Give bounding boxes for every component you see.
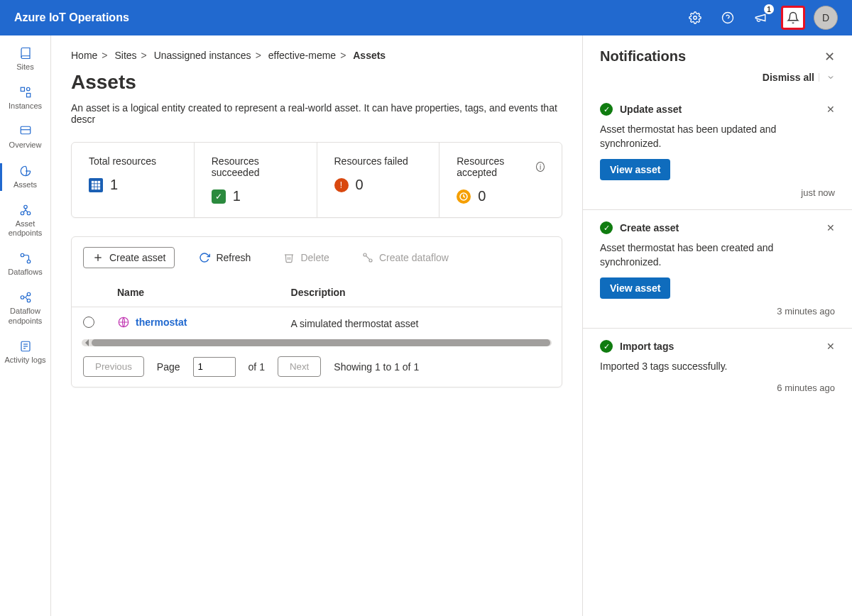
sidebar-item-instances[interactable]: Instances — [0, 79, 50, 118]
svg-point-0 — [694, 16, 697, 20]
svg-rect-6 — [21, 127, 31, 135]
asset-description: A simulated thermostat asset — [280, 307, 562, 340]
crumb-unassigned[interactable]: Unassigned instances — [154, 50, 251, 61]
instances-icon — [19, 86, 32, 99]
plus-icon — [92, 252, 104, 263]
dismiss-chevron[interactable] — [819, 73, 835, 82]
svg-rect-27 — [94, 187, 97, 189]
help-icon — [721, 11, 734, 24]
svg-rect-4 — [26, 94, 30, 97]
stats-row: Total resources 1 Resources succeeded ✓ … — [71, 142, 562, 218]
col-description[interactable]: Description — [280, 278, 562, 307]
svg-rect-23 — [92, 184, 94, 187]
sidebar-label: Assets — [13, 180, 37, 189]
svg-rect-25 — [98, 184, 101, 187]
page-input[interactable] — [193, 357, 236, 377]
sidebar: Sites Instances Overview Assets Asset en… — [0, 35, 51, 616]
svg-rect-21 — [94, 180, 97, 183]
crumb-sites[interactable]: Sites — [114, 50, 136, 61]
feedback-button[interactable]: 1 — [748, 6, 772, 30]
activity-logs-icon — [19, 340, 32, 353]
svg-rect-26 — [92, 187, 94, 189]
overview-icon — [19, 125, 32, 138]
create-dataflow-button: Create dataflow — [354, 248, 457, 268]
stat-failed: Resources failed ! 0 — [317, 143, 440, 217]
showing-text: Showing 1 to 1 of 1 — [334, 361, 419, 373]
user-avatar[interactable]: D — [814, 6, 838, 30]
top-header: Azure IoT Operations 1 D — [0, 0, 852, 35]
next-button[interactable]: Next — [278, 356, 321, 377]
notif-body: Asset thermostat has been created and sy… — [600, 241, 835, 269]
sidebar-label: Dataflows — [8, 268, 42, 277]
main-content: Home> Sites> Unassigned instances> effec… — [51, 35, 582, 616]
view-asset-button[interactable]: View asset — [600, 277, 670, 299]
notif-body: Asset thermostat has been updated and sy… — [600, 123, 835, 150]
row-radio[interactable] — [83, 317, 94, 328]
notification-item: ✓ Update asset ✕ Asset thermostat has be… — [583, 92, 852, 210]
help-button[interactable] — [716, 6, 740, 30]
breadcrumb: Home> Sites> Unassigned instances> effec… — [71, 50, 562, 61]
notif-title: Update asset — [620, 104, 819, 115]
close-panel-button[interactable]: ✕ — [824, 49, 835, 65]
refresh-icon — [199, 252, 210, 263]
view-asset-button[interactable]: View asset — [600, 159, 670, 180]
sidebar-item-activity-logs[interactable]: Activity logs — [0, 333, 50, 372]
notif-time: 3 minutes ago — [600, 306, 835, 317]
page-label: Page — [157, 361, 180, 373]
app-title: Azure IoT Operations — [14, 11, 129, 24]
trash-icon — [283, 252, 295, 263]
stat-total: Total resources 1 — [72, 143, 195, 217]
stat-label: Total resources — [89, 155, 177, 167]
delete-button: Delete — [275, 248, 337, 268]
stat-label: Resources failed — [334, 155, 422, 167]
info-icon[interactable]: i — [536, 162, 545, 172]
dataflows-icon — [19, 252, 32, 265]
notif-body: Imported 3 tags successfully. — [600, 360, 835, 374]
crumb-instance[interactable]: effective-meme — [268, 50, 336, 61]
col-name[interactable]: Name — [106, 278, 280, 307]
sidebar-label: Dataflow endpoints — [3, 307, 48, 325]
svg-rect-3 — [21, 87, 24, 91]
sidebar-item-overview[interactable]: Overview — [0, 118, 50, 157]
page-of: of 1 — [248, 361, 265, 373]
feedback-badge: 1 — [764, 4, 774, 14]
notifications-button[interactable] — [781, 6, 805, 30]
table-row[interactable]: thermostat A simulated thermostat asset — [72, 307, 562, 340]
dismiss-row: Dismiss all — [583, 69, 852, 92]
notif-close-button[interactable]: ✕ — [826, 222, 835, 233]
notification-item: ✓ Import tags ✕ Imported 3 tags successf… — [583, 329, 852, 405]
sidebar-label: Instances — [9, 101, 42, 111]
sidebar-label: Overview — [9, 141, 42, 150]
stat-label: Resources accepted i — [457, 155, 545, 178]
refresh-button[interactable]: Refresh — [190, 248, 259, 268]
asset-icon — [117, 316, 130, 329]
horizontal-scrollbar[interactable] — [82, 339, 552, 346]
svg-rect-28 — [98, 187, 101, 189]
prev-button[interactable]: Previous — [83, 356, 144, 377]
crumb-home[interactable]: Home — [71, 50, 97, 61]
dismiss-all-button[interactable]: Dismiss all — [763, 72, 814, 83]
sidebar-item-dataflow-endpoints[interactable]: Dataflow endpoints — [0, 284, 50, 332]
asset-link[interactable]: thermostat — [117, 316, 187, 329]
sidebar-item-assets[interactable]: Assets — [0, 158, 50, 197]
panel-header: Notifications ✕ — [583, 35, 852, 69]
svg-point-12 — [27, 260, 31, 263]
col-select — [72, 278, 106, 307]
stat-value: 1 — [110, 177, 118, 193]
sidebar-item-asset-endpoints[interactable]: Asset endpoints — [0, 197, 50, 245]
stat-succeeded: Resources succeeded ✓ 1 — [195, 143, 317, 217]
page-description: An asset is a logical entity created to … — [71, 102, 562, 125]
notif-close-button[interactable]: ✕ — [826, 104, 835, 115]
sidebar-item-dataflows[interactable]: Dataflows — [0, 245, 50, 284]
clock-icon — [457, 189, 471, 204]
create-asset-button[interactable]: Create asset — [83, 247, 175, 268]
notif-close-button[interactable]: ✕ — [826, 341, 835, 352]
check-icon: ✓ — [212, 189, 226, 204]
sidebar-item-sites[interactable]: Sites — [0, 40, 50, 79]
sidebar-label: Sites — [16, 62, 33, 72]
settings-button[interactable] — [683, 6, 707, 30]
panel-title: Notifications — [600, 48, 686, 65]
notif-title: Create asset — [620, 222, 819, 233]
gear-icon — [689, 11, 701, 24]
notifications-panel: Notifications ✕ Dismiss all ✓ Update ass… — [582, 35, 852, 616]
